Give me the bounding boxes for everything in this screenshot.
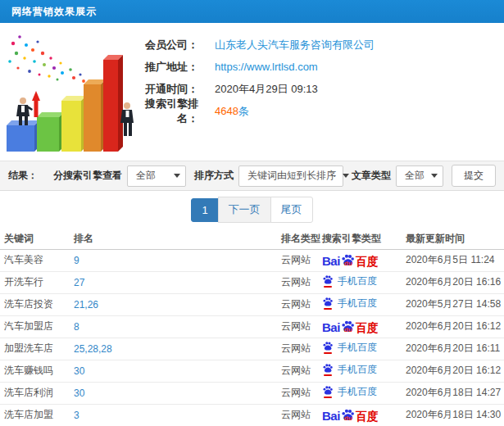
page-title: 网络营销效果展示 [11,5,97,19]
mobile-baidu-paw-icon [322,341,334,354]
results-table: 关键词 排名 排名类型 搜索引擎类型 最新更新时间 汽车美容9云网站 Bai d… [0,229,504,426]
open-time-label: 开通时间： [134,82,198,97]
submit-button[interactable]: 提交 [452,165,496,187]
baidu-logo-bai-text: Bai [322,410,340,422]
baidu-logo-cn-text: 百度 [356,410,379,422]
confetti-dots [8,35,85,83]
rank-cell: 21,26 [74,293,281,315]
keyword-cell: 汽车加盟店 [0,315,74,338]
engine-type-cell: 手机百度 [322,360,406,382]
account-info-panel: 会员公司： 山东老人头汽车服务咨询有限公司 推广地址： https://www.… [0,23,504,161]
baidu-logo: Bai du 百度 [322,320,379,333]
rank-count-number: 4648 [215,105,238,117]
baidu-logo-cn-text: 百度 [356,322,379,333]
engine-type-cell: 手机百度 [322,338,406,360]
update-time-cell: 2020年6月20日 16:12 [406,360,504,382]
mobile-baidu-logo: 手机百度 [322,363,377,376]
rank-link[interactable]: 30 [74,387,84,399]
mobile-baidu-logo: 手机百度 [322,385,377,398]
rank-link[interactable]: 9 [74,255,79,266]
table-row: 洗车店投资21,26云网站 手机百度 2020年5月27日 14:58 [0,293,504,315]
info-row-company: 会员公司： 山东老人头汽车服务咨询有限公司 [134,34,375,56]
table-row: 洗车赚钱吗30云网站 手机百度 2020年6月20日 16:12 [0,360,504,382]
mobile-baidu-underline [324,397,332,398]
mobile-baidu-logo: 手机百度 [322,341,377,354]
baidu-paw-icon: du [341,253,355,267]
engine-filter-value: 全部 [136,169,167,183]
rank-link[interactable]: 8 [74,321,79,333]
rank-type-cell: 云网站 [281,249,322,271]
next-page-button[interactable]: 下一页 [218,197,271,223]
mobile-baidu-label: 手机百度 [338,298,377,308]
baidu-logo: Bai du 百度 [322,408,379,422]
mobile-baidu-logo: 手机百度 [322,297,377,310]
keyword-cell: 开洗车行 [0,271,74,293]
table-row: 加盟洗车店25,28,28云网站 手机百度 2020年6月20日 16:11 [0,338,504,360]
page-1-button[interactable]: 1 [191,198,218,222]
growth-chart-illustration [2,25,134,158]
mobile-baidu-paw-icon [322,274,334,288]
baidu-paw-icon: du [341,408,355,422]
engine-type-cell: Bai du 百度 [322,249,406,271]
update-time-cell: 2020年6月20日 16:16 [406,271,504,293]
engine-type-cell: 手机百度 [322,293,406,315]
rank-type-cell: 云网站 [281,338,322,360]
account-info-form: 会员公司： 山东老人头汽车服务咨询有限公司 推广地址： https://www.… [134,23,375,161]
update-time-cell: 2020年6月20日 16:12 [406,315,504,338]
results-table-body: 汽车美容9云网站 Bai du 百度 2020年6月5日 11:24开洗车行27… [0,249,504,426]
rank-link[interactable]: 3 [74,410,79,421]
sort-filter-select[interactable]: 关键词由短到长排序 [238,165,343,187]
rank-link[interactable]: 21,26 [74,299,98,310]
table-row: 汽车加盟店8云网站 Bai du 百度 2020年6月20日 16:12 [0,315,504,338]
rank-cell: 3 [74,404,281,426]
company-name-link[interactable]: 山东老人头汽车服务咨询有限公司 [215,38,375,52]
rank-count-value: 4648条 [215,104,249,119]
baidu-logo-bai-text: Bai [322,321,340,333]
engine-type-cell: 手机百度 [322,271,406,293]
update-time-cell: 2020年6月18日 14:30 [406,404,504,426]
mobile-baidu-underline [324,352,332,354]
mobile-baidu-paw-icon [322,363,334,376]
sort-filter-label: 排序方式 [194,169,234,183]
promo-url-label: 推广地址： [134,60,198,75]
rank-type-cell: 云网站 [281,382,322,404]
col-keyword: 关键词 [0,229,74,249]
mobile-baidu-underline [324,308,332,310]
rank-link[interactable]: 30 [74,365,84,377]
info-row-url: 推广地址： https://www.lrtlsd.com [134,56,375,78]
baidu-du-text: du [344,261,352,267]
update-time-cell: 2020年6月20日 16:11 [406,338,504,360]
rank-type-cell: 云网站 [281,315,322,338]
rank-link[interactable]: 25,28,28 [74,343,112,355]
mobile-baidu-underline [324,286,332,288]
update-time-cell: 2020年5月27日 14:58 [406,293,504,315]
results-section-label: 结果： [8,169,38,183]
table-header-row: 关键词 排名 排名类型 搜索引擎类型 最新更新时间 [0,229,504,249]
keyword-cell: 汽车美容 [0,249,74,271]
promo-url-link[interactable]: https://www.lrtlsd.com [215,61,318,73]
engine-filter-select[interactable]: 全部 [127,165,186,187]
rank-count-label: 搜索引擎排名： [134,97,198,126]
engine-filter-label: 分搜索引擎查看 [53,169,122,183]
type-filter-select[interactable]: 全部 [396,165,443,187]
rank-cell: 8 [74,315,281,338]
rank-cell: 25,28,28 [74,338,281,360]
sort-filter-value: 关键词由短到长排序 [247,169,336,183]
pagination: 1 下一页 尾页 [0,191,504,229]
baidu-du-text: du [344,327,352,333]
rank-link[interactable]: 27 [74,277,84,288]
table-row: 开洗车行27云网站 手机百度 2020年6月20日 16:16 [0,271,504,293]
rank-type-cell: 云网站 [281,293,322,315]
engine-type-cell: Bai du 百度 [322,404,406,426]
mobile-baidu-underline [324,374,332,376]
update-time-cell: 2020年6月5日 11:24 [406,249,504,271]
last-page-button[interactable]: 尾页 [270,197,313,223]
engine-type-cell: Bai du 百度 [322,315,406,338]
chevron-down-icon [343,174,349,178]
rank-type-cell: 云网站 [281,404,322,426]
mobile-baidu-label: 手机百度 [338,342,377,352]
rank-cell: 30 [74,382,281,404]
company-label: 会员公司： [134,38,198,52]
filter-bar: 结果： 分搜索引擎查看 全部 排序方式 关键词由短到长排序 文章类型 全部 提交 [0,161,504,191]
chevron-down-icon [431,174,438,178]
